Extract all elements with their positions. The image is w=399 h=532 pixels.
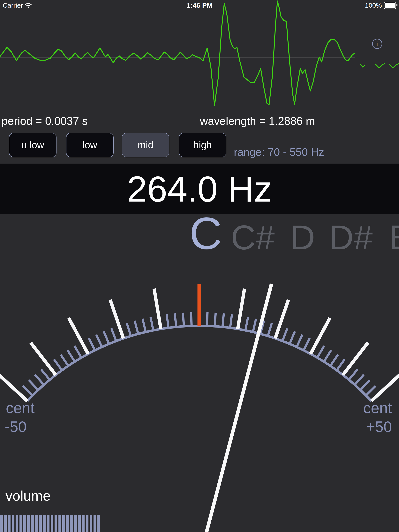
info-button[interactable]: i [372, 39, 382, 49]
volume-bar [58, 515, 61, 532]
volume-meter [0, 515, 100, 532]
volume-bar [35, 515, 38, 532]
volume-bar [62, 515, 65, 532]
volume-bar [12, 515, 14, 532]
range-button-high[interactable]: high [179, 133, 226, 157]
tuner-app: { "status_bar": { "carrier": "Carrier", … [0, 0, 399, 532]
volume-bar [19, 515, 22, 532]
cent-max-label: +50 [366, 419, 392, 434]
volume-bar [66, 515, 69, 532]
waveform-display [0, 0, 399, 109]
volume-bar [0, 515, 3, 532]
note-c-sharp[interactable]: C# [231, 220, 275, 254]
frequency-value: 264.0 Hz [127, 168, 272, 210]
volume-bar [55, 515, 57, 532]
volume-bar [74, 515, 77, 532]
volume-bar [8, 515, 11, 532]
volume-bar [47, 515, 50, 532]
note-c[interactable]: C [189, 211, 222, 256]
range-button-low[interactable]: low [66, 133, 114, 157]
info-icon: i [376, 40, 378, 47]
volume-bar [39, 515, 42, 532]
volume-bar [90, 515, 92, 532]
note-d[interactable]: D [290, 220, 315, 254]
cent-unit-left: cent [6, 400, 34, 416]
volume-bar [78, 515, 81, 532]
frequency-band: 264.0 Hz [0, 164, 399, 214]
wavelength-readout: wavelength = 1.2886 m [200, 114, 315, 127]
volume-bar [4, 515, 7, 532]
volume-bar [27, 515, 30, 532]
volume-bar [86, 515, 89, 532]
volume-bar [94, 515, 96, 532]
range-label: range: 70 - 550 Hz [234, 146, 324, 158]
volume-bar [16, 515, 18, 532]
volume-bar [23, 515, 26, 532]
volume-bar [70, 515, 73, 532]
volume-bar [97, 515, 100, 532]
cent-unit-right: cent [363, 400, 392, 416]
volume-label: volume [6, 488, 51, 504]
volume-bar [82, 515, 84, 532]
note-strip: C C# D D# E [0, 214, 399, 256]
volume-bar [51, 515, 53, 532]
note-e[interactable]: E [389, 220, 399, 254]
volume-bar [31, 515, 34, 532]
range-button-ulow[interactable]: u low [9, 133, 57, 157]
note-d-sharp[interactable]: D# [329, 220, 373, 254]
range-button-mid[interactable]: mid [122, 133, 169, 157]
volume-bar [43, 515, 45, 532]
cent-min-label: -50 [5, 419, 27, 434]
period-readout: period = 0.0037 s [1, 114, 88, 127]
